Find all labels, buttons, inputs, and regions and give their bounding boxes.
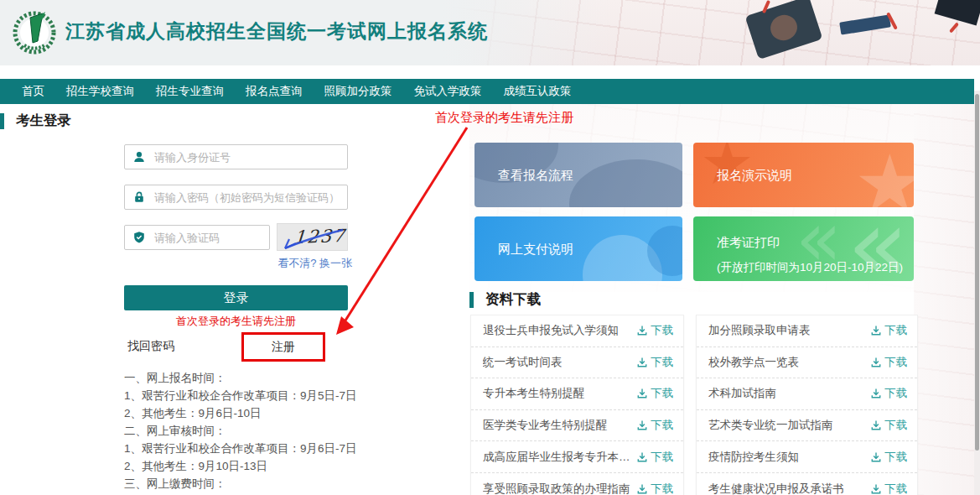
site-logo-icon — [11, 7, 58, 57]
download-item-name: 医学类专业考生特别提醒 — [483, 418, 608, 433]
main-nav-list: 首页招生学校查询招生专业查询报名点查询照顾加分政策免试入学政策成绩互认政策 — [0, 79, 974, 104]
register-highlight-box: 注册 — [241, 332, 325, 362]
forgot-password-link[interactable]: 找回密码 — [127, 339, 174, 354]
downloads-section-header: 资料下载 — [469, 290, 541, 309]
download-item-name: 成高应届毕业生报考专升本证明 — [483, 450, 636, 465]
nav-item-2[interactable]: 招生专业查询 — [145, 84, 235, 99]
schedule-line: 2、其他考生：9月6日-10日 — [124, 404, 476, 422]
id-number-input[interactable] — [153, 150, 347, 164]
download-item-name: 享受照顾录取政策的办理指南 — [483, 482, 630, 495]
download-item: 校外教学点一览表下载 — [697, 347, 917, 379]
download-item: 疫情防控考生须知下载 — [697, 441, 917, 473]
download-link[interactable]: 下载 — [870, 418, 907, 433]
download-link[interactable]: 下载 — [636, 482, 673, 495]
download-item-name: 统一考试时间表 — [483, 355, 563, 370]
tile-admission-print[interactable]: 准考证打印(开放打印时间为10月20日-10月22日) — [693, 216, 914, 281]
download-item: 术科加试指南下载 — [697, 378, 917, 410]
register-link[interactable]: 注册 — [272, 340, 295, 355]
schedule-line: 一、网上报名时间： — [124, 369, 476, 387]
tile-view-process[interactable]: 查看报名流程 — [474, 143, 682, 207]
download-link[interactable]: 下载 — [636, 450, 673, 465]
download-item: 加分照顾录取申请表下载 — [697, 315, 917, 347]
tile-label: 准考证打印 — [717, 235, 780, 251]
scrollbar-thumb[interactable] — [975, 94, 979, 451]
graduation-photo — [453, 0, 980, 65]
background-photo-wash — [914, 91, 974, 495]
nav-item-1[interactable]: 招生学校查询 — [55, 84, 145, 99]
download-item: 成高应届毕业生报考专升本证明下载 — [471, 441, 683, 473]
schedule-text-block: 一、网上报名时间：1、艰苦行业和校企合作改革项目：9月5日-7日2、其他考生：9… — [124, 369, 476, 495]
schedule-line: 1、艰苦行业和校企合作改革项目：9月5日-7日 — [124, 387, 476, 404]
annotation-register-note: 首次登录的考生请先注册 — [435, 110, 573, 126]
download-item: 医学类专业考生特别提醒下载 — [471, 410, 683, 442]
downloads-section-title: 资料下载 — [485, 290, 541, 309]
download-link[interactable]: 下载 — [870, 355, 907, 370]
download-link[interactable]: 下载 — [870, 482, 907, 495]
tile-demo-guide[interactable]: 报名演示说明 — [693, 143, 914, 207]
login-section-header: 考生登录 — [0, 112, 71, 130]
captcha-input[interactable] — [153, 231, 269, 245]
download-link[interactable]: 下载 — [870, 323, 907, 338]
download-item-name: 退役士兵申报免试入学须知 — [483, 323, 619, 338]
download-item: 艺术类专业统一加试指南下载 — [697, 410, 917, 442]
download-item: 退役士兵申报免试入学须知下载 — [471, 315, 683, 347]
nav-item-4[interactable]: 照顾加分政策 — [314, 84, 403, 99]
password-field[interactable] — [124, 185, 348, 210]
download-link[interactable]: 下载 — [636, 386, 673, 401]
register-hint-text: 首次登录的考生请先注册 — [124, 314, 348, 329]
tile-sublabel: (开放打印时间为10月20日-10月22日) — [717, 260, 903, 275]
graduation-cap-icon — [935, 0, 980, 26]
download-link[interactable]: 下载 — [636, 323, 673, 338]
page-title: 江苏省成人高校招生全国统一考试网上报名系统 — [65, 18, 488, 44]
download-item-name: 考生健康状况申报及承诺书 — [708, 482, 844, 495]
page: 江苏省成人高校招生全国统一考试网上报名系统 首页招生学校查询招生专业查询报名点查… — [0, 0, 980, 495]
download-item: 统一考试时间表下载 — [471, 347, 683, 379]
captcha-refresh-link[interactable]: 看不清? 换一张 — [268, 256, 352, 271]
nav-item-6[interactable]: 成绩互认政策 — [493, 84, 583, 99]
password-input[interactable] — [153, 190, 347, 205]
nav-item-5[interactable]: 免试入学政策 — [403, 84, 493, 99]
download-link[interactable]: 下载 — [870, 386, 907, 401]
quick-link-tiles: 查看报名流程报名演示说明网上支付说明准考证打印(开放打印时间为10月20日-10… — [474, 143, 914, 281]
captcha-squiggle — [277, 224, 348, 251]
schedule-line: 二、网上审核时间： — [124, 422, 476, 440]
id-number-field[interactable] — [124, 144, 348, 169]
download-item-name: 校外教学点一览表 — [708, 355, 799, 370]
download-card-right: 加分照顾录取申请表下载校外教学点一览表下载术科加试指南下载艺术类专业统一加试指南… — [696, 315, 918, 495]
login-button[interactable]: 登录 — [124, 285, 348, 310]
download-item-name: 疫情防控考生须知 — [708, 450, 799, 465]
tile-label: 报名演示说明 — [717, 167, 792, 183]
scrollbar-track — [974, 91, 980, 495]
nav-item-0[interactable]: 首页 — [11, 84, 55, 99]
download-item-name: 艺术类专业统一加试指南 — [708, 418, 833, 433]
section-accent-bar — [469, 292, 474, 308]
nav-item-3[interactable]: 报名点查询 — [235, 84, 314, 99]
captcha-field[interactable] — [124, 225, 270, 250]
header: 江苏省成人高校招生全国统一考试网上报名系统 — [0, 0, 980, 65]
schedule-line: 1、艰苦行业和校企合作改革项目：9月6日-7日 — [124, 440, 476, 457]
person-icon — [132, 150, 146, 164]
download-link[interactable]: 下载 — [870, 450, 907, 465]
download-card-left: 退役士兵申报免试入学须知下载统一考试时间表下载专升本考生特别提醒下载医学类专业考… — [470, 315, 684, 495]
tile-label: 网上支付说明 — [498, 241, 573, 257]
section-accent-bar — [0, 113, 4, 129]
download-item: 专升本考生特别提醒下载 — [471, 378, 683, 410]
lock-icon — [132, 190, 146, 204]
download-item-name: 专升本考生特别提醒 — [483, 386, 585, 401]
tile-label: 查看报名流程 — [498, 167, 573, 183]
download-link[interactable]: 下载 — [636, 418, 673, 433]
captcha-image[interactable]: 1237 — [277, 223, 348, 251]
download-item: 享受照顾录取政策的办理指南下载 — [471, 473, 683, 495]
graduation-cap-icon — [745, 0, 823, 60]
shield-check-icon — [132, 231, 146, 244]
schedule-line: 三、网上缴费时间： — [124, 475, 476, 492]
download-item-name: 术科加试指南 — [708, 386, 776, 401]
login-section-title: 考生登录 — [16, 112, 71, 130]
download-link[interactable]: 下载 — [636, 355, 673, 370]
download-item: 考生健康状况申报及承诺书下载 — [697, 473, 917, 495]
tile-payment-guide[interactable]: 网上支付说明 — [474, 216, 682, 281]
download-item-name: 加分照顾录取申请表 — [708, 323, 811, 338]
schedule-line: 2、其他考生：9月10日-13日 — [124, 457, 476, 475]
graduation-cap-icon — [839, 14, 891, 34]
tassel-icon — [949, 22, 959, 33]
